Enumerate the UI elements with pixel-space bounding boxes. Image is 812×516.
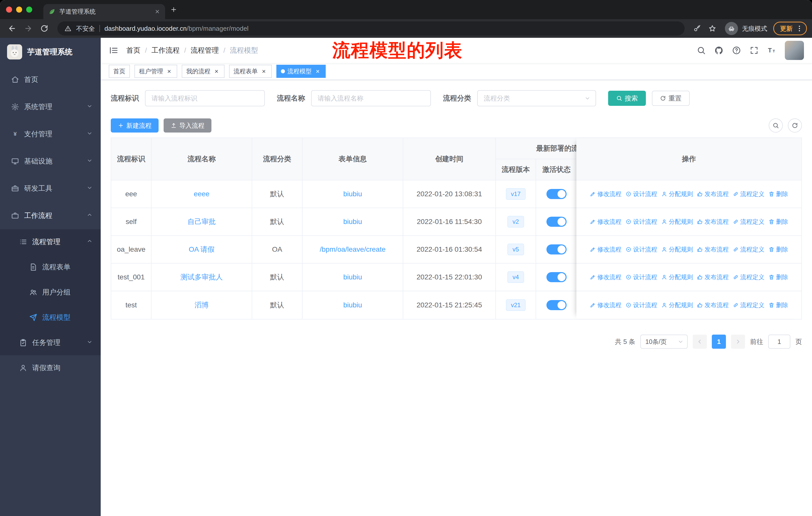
action-publish-link[interactable]: 发布流程 xyxy=(697,301,729,309)
back-button[interactable] xyxy=(5,21,19,35)
action-delete-link[interactable]: 删除 xyxy=(768,273,788,281)
sidebar-item[interactable]: 首页 xyxy=(0,66,101,93)
current-page-button[interactable]: 1 xyxy=(712,334,726,349)
form-link[interactable]: biubiu xyxy=(343,190,362,198)
action-definition-link[interactable]: 流程定义 xyxy=(733,218,764,226)
active-toggle[interactable] xyxy=(547,300,567,310)
address-bar[interactable]: 不安全 dashboard.yudao.iocoder.cn/bpm/manag… xyxy=(57,21,685,35)
action-edit-link[interactable]: 修改流程 xyxy=(590,190,621,198)
process-name-link[interactable]: OA 请假 xyxy=(189,245,215,254)
action-delete-link[interactable]: 删除 xyxy=(768,245,788,253)
goto-page-input[interactable] xyxy=(768,334,790,349)
action-assign-link[interactable]: 分配规则 xyxy=(661,273,693,281)
view-tag[interactable]: 租户管理× xyxy=(135,65,177,78)
window-zoom-button[interactable] xyxy=(26,6,32,12)
action-edit-link[interactable]: 修改流程 xyxy=(590,273,621,281)
sidebar-toggle-icon[interactable] xyxy=(109,46,118,55)
sidebar-item[interactable]: 流程管理 xyxy=(0,229,101,254)
breadcrumb-item[interactable]: 首页 xyxy=(126,46,141,55)
browser-menu-kebab-icon[interactable] xyxy=(795,25,803,32)
action-publish-link[interactable]: 发布流程 xyxy=(697,190,729,198)
update-button[interactable]: 更新 xyxy=(773,22,807,35)
process-key-input[interactable] xyxy=(145,90,265,106)
action-delete-link[interactable]: 删除 xyxy=(768,218,788,226)
window-close-button[interactable] xyxy=(6,6,12,12)
tab-close-icon[interactable] xyxy=(154,9,160,15)
form-link[interactable]: biubiu xyxy=(343,218,362,226)
action-definition-link[interactable]: 流程定义 xyxy=(733,190,764,198)
action-edit-link[interactable]: 修改流程 xyxy=(590,218,621,226)
breadcrumb-item[interactable]: 流程管理 xyxy=(191,46,219,55)
sidebar-item[interactable]: 系统管理 xyxy=(0,93,101,120)
form-link[interactable]: biubiu xyxy=(343,301,362,309)
form-link[interactable]: /bpm/oa/leave/create xyxy=(320,245,386,253)
sidebar-item[interactable]: 请假查询 xyxy=(0,355,101,380)
refresh-table-button[interactable] xyxy=(788,118,802,133)
sidebar-item[interactable]: 基础设施 xyxy=(0,147,101,175)
action-definition-link[interactable]: 流程定义 xyxy=(733,301,764,309)
category-select[interactable]: 流程分类 xyxy=(477,90,596,106)
process-name-link[interactable]: eeee xyxy=(194,190,209,198)
tag-close-icon[interactable]: × xyxy=(260,68,267,75)
process-name-link[interactable]: 自己审批 xyxy=(187,217,216,226)
active-toggle[interactable] xyxy=(547,244,567,254)
form-link[interactable]: biubiu xyxy=(343,273,362,281)
action-publish-link[interactable]: 发布流程 xyxy=(697,245,729,253)
action-publish-link[interactable]: 发布流程 xyxy=(697,218,729,226)
action-assign-link[interactable]: 分配规则 xyxy=(661,218,693,226)
prev-page-button[interactable] xyxy=(693,334,707,349)
action-assign-link[interactable]: 分配规则 xyxy=(661,190,693,198)
window-minimize-button[interactable] xyxy=(16,6,22,12)
view-tag[interactable]: 流程表单× xyxy=(229,65,272,78)
action-definition-link[interactable]: 流程定义 xyxy=(733,273,764,281)
action-assign-link[interactable]: 分配规则 xyxy=(661,301,693,309)
tag-close-icon[interactable]: × xyxy=(213,68,220,75)
active-toggle[interactable] xyxy=(547,189,567,199)
action-design-link[interactable]: 设计流程 xyxy=(626,190,657,198)
process-name-input[interactable] xyxy=(311,90,431,106)
tag-close-icon[interactable]: × xyxy=(166,68,173,75)
sidebar-item[interactable]: 流程模型 xyxy=(0,305,101,330)
help-icon[interactable] xyxy=(732,46,741,55)
toggle-search-button[interactable] xyxy=(769,118,783,133)
search-button[interactable]: 搜索 xyxy=(608,91,646,106)
user-avatar[interactable] xyxy=(785,41,804,60)
next-page-button[interactable] xyxy=(731,334,745,349)
password-key-icon[interactable] xyxy=(691,22,704,35)
action-publish-link[interactable]: 发布流程 xyxy=(697,273,729,281)
action-edit-link[interactable]: 修改流程 xyxy=(590,301,621,309)
tag-close-icon[interactable]: × xyxy=(314,68,321,75)
sidebar-item[interactable]: 任务管理 xyxy=(0,330,101,355)
action-delete-link[interactable]: 删除 xyxy=(768,190,788,198)
action-design-link[interactable]: 设计流程 xyxy=(626,273,657,281)
bookmark-star-icon[interactable] xyxy=(706,22,719,35)
active-toggle[interactable] xyxy=(547,272,567,282)
action-definition-link[interactable]: 流程定义 xyxy=(733,245,764,253)
active-toggle[interactable] xyxy=(547,217,567,227)
sidebar-item[interactable]: 工作流程 xyxy=(0,202,101,229)
action-delete-link[interactable]: 删除 xyxy=(768,301,788,309)
sidebar-item[interactable]: 研发工具 xyxy=(0,175,101,202)
breadcrumb-item[interactable]: 工作流程 xyxy=(151,46,180,55)
action-assign-link[interactable]: 分配规则 xyxy=(661,245,693,253)
reload-button[interactable] xyxy=(37,21,51,35)
action-edit-link[interactable]: 修改流程 xyxy=(590,245,621,253)
fullscreen-icon[interactable] xyxy=(750,46,759,55)
action-design-link[interactable]: 设计流程 xyxy=(626,245,657,253)
font-size-icon[interactable]: TT xyxy=(767,46,776,55)
search-icon[interactable] xyxy=(697,46,706,55)
process-name-link[interactable]: 测试多审批人 xyxy=(180,272,223,282)
sidebar-item[interactable]: 流程表单 xyxy=(0,254,101,280)
view-tag[interactable]: 首页 xyxy=(109,65,130,78)
sidebar-item[interactable]: 用户分组 xyxy=(0,280,101,305)
page-size-select[interactable]: 10条/页 xyxy=(640,334,688,349)
view-tag[interactable]: 流程模型× xyxy=(277,65,326,78)
new-tab-button[interactable] xyxy=(170,6,177,13)
process-name-link[interactable]: 滔博 xyxy=(195,300,209,310)
view-tag[interactable]: 我的流程× xyxy=(182,65,225,78)
github-icon[interactable] xyxy=(714,46,723,55)
sidebar-item[interactable]: ¥支付管理 xyxy=(0,120,101,147)
browser-tab[interactable]: 芋道管理系统 xyxy=(43,4,165,19)
action-design-link[interactable]: 设计流程 xyxy=(626,301,657,309)
action-design-link[interactable]: 设计流程 xyxy=(626,218,657,226)
